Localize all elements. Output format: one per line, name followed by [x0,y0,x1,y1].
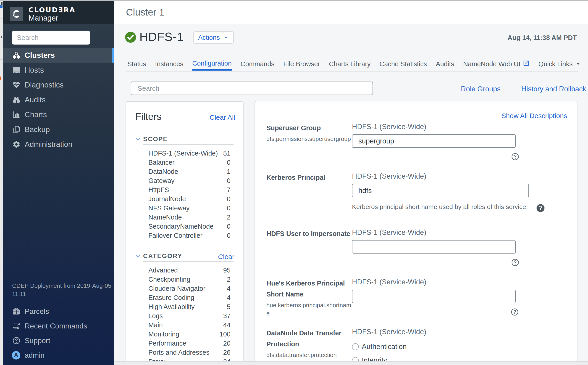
tabs-divider [126,71,578,72]
help-icon-filled[interactable] [536,204,545,212]
category-clear-link[interactable]: Clear [218,253,234,261]
scope-filter-item[interactable]: HDFS-1 (Service-Wide)51 [148,149,231,158]
clear-all-link[interactable]: Clear All [210,113,235,121]
category-filter-item[interactable]: Performance20 [148,339,231,348]
scope-section-header[interactable]: SCOPE [135,135,168,143]
tab-cache-statistics[interactable]: Cache Statistics [379,57,427,70]
horizontal-scrollbar-track[interactable] [114,361,588,365]
service-header: HDFS-1 Actions Aug 14, 11:38 AM PDT [114,24,588,52]
background-fragment [0,18,3,19]
background-fragment [0,5,2,8]
backup-icon [12,125,21,134]
scope-filter-item[interactable]: Gateway0 [148,176,231,185]
section-divider [143,261,233,262]
cluster-title: Cluster 1 [126,7,164,18]
tab-file-browser[interactable]: File Browser [283,57,320,70]
audits-icon [12,96,21,104]
actions-button[interactable]: Actions [193,31,234,44]
help-icon[interactable] [511,153,519,161]
category-filter-item[interactable]: Advanced95 [148,266,231,275]
sidebar-item-label: Audits [25,96,46,104]
radio-button[interactable] [352,343,359,350]
filters-panel: Filters Clear All SCOPE HDFS-1 (Service-… [126,101,244,362]
sidebar-item-audits[interactable]: Audits [3,92,114,107]
sidebar-item-administration[interactable]: Administration [3,137,114,152]
category-filter-item[interactable]: Erasure Coding4 [148,293,231,302]
scope-filter-item[interactable]: NFS Gateway0 [148,204,231,213]
config-row-hue-kerberos-principal-short-name: Hue's Kerberos Principal Short Name hue.… [266,278,570,317]
scope-filter-item[interactable]: NameNode2 [148,213,231,222]
category-filter-item[interactable]: Monitoring100 [148,330,231,339]
radio-option-authentication[interactable]: Authentication [352,343,570,351]
history-and-rollback-link[interactable]: History and Rollback [521,85,586,93]
service-name: HDFS-1 [139,30,184,44]
recent-commands-icon [12,322,21,330]
superuser-group-input[interactable] [352,134,516,148]
cluster-header-band: Cluster 1 [114,1,588,24]
config-scope-label: HDFS-1 (Service-Wide) [352,278,570,287]
tab-quick-links[interactable]: Quick Links [539,57,581,70]
sidebar-item-label: Recent Commands [25,322,87,330]
sidebar-item-support[interactable]: Support [3,333,114,348]
tab-namenode-web-ui[interactable]: NameNode Web UI [463,57,530,70]
caret-down-icon [223,35,229,40]
configuration-search-input[interactable] [131,82,373,95]
kerberos-principal-input[interactable] [352,184,529,197]
help-icon[interactable] [511,259,519,266]
role-groups-link[interactable]: Role Groups [461,85,501,93]
administration-icon [12,140,21,148]
tab-commands[interactable]: Commands [241,57,274,70]
config-row-superuser-group: Superuser Group dfs.permissions.superuse… [266,122,570,143]
sidebar-item-charts[interactable]: Charts [3,107,114,122]
hdfs-user-to-impersonate-input[interactable] [352,240,516,253]
tab-audits[interactable]: Audits [436,57,454,70]
clusters-icon [12,51,21,59]
config-scope-label: HDFS-1 (Service-Wide) [352,228,570,237]
sidebar-footer-nav: Parcels Recent Commands Support A admin [3,304,114,363]
sidebar-search-input[interactable] [12,31,90,45]
category-filter-item[interactable]: Main44 [148,320,231,330]
sidebar-item-admin[interactable]: A admin [3,348,114,363]
sidebar-item-backup[interactable]: Backup [3,122,114,137]
scope-filter-item[interactable]: DataNode1 [148,167,231,176]
tab-status[interactable]: Status [127,57,146,70]
category-filter-item[interactable]: Cloudera Navigator4 [148,284,231,293]
hue-kerberos-principal-short-name-input[interactable] [352,290,516,303]
tab-instances[interactable]: Instances [155,57,183,70]
scope-heading: SCOPE [143,135,168,143]
sidebar-item-parcels[interactable]: Parcels [3,304,114,319]
scope-filter-item[interactable]: Failover Controller0 [148,231,231,240]
config-scope-label: HDFS-1 (Service-Wide) [352,122,570,131]
scope-filter-item[interactable]: HttpFS7 [148,185,231,194]
status-good-health-icon [125,32,136,43]
category-section-header[interactable]: CATEGORY [135,253,182,260]
sidebar-item-label: Support [25,337,50,345]
sidebar-item-label: Backup [25,125,50,134]
category-filter-item[interactable]: Checkpointing2 [148,275,231,284]
sidebar-item-diagnostics[interactable]: Diagnostics [3,77,114,92]
scope-filter-item[interactable]: Balancer0 [148,158,231,167]
sidebar-item-label: Diagnostics [25,81,64,89]
help-icon[interactable] [511,308,519,316]
sidebar-item-hosts[interactable]: Hosts [3,63,114,77]
tab-charts-library[interactable]: Charts Library [329,57,370,70]
sidebar-nav: Clusters Hosts Diagnostics Audits Charts… [3,48,114,152]
tab-bar: Status Instances Configuration Commands … [127,57,581,70]
category-filter-item[interactable]: Logs37 [148,311,231,320]
configuration-panel: Show All Descriptions Superuser Group df… [254,101,578,362]
scope-filter-item[interactable]: SecondaryNameNode0 [148,222,231,231]
scope-filter-list: HDFS-1 (Service-Wide)51 Balancer0 DataNo… [148,149,231,240]
config-scope-label: HDFS-1 (Service-Wide) [352,172,570,181]
caret-down-icon [575,61,581,67]
sidebar-item-clusters[interactable]: Clusters [3,48,114,63]
show-all-descriptions-link[interactable]: Show All Descriptions [501,112,567,120]
category-filter-item[interactable]: Ports and Addresses26 [148,348,231,357]
category-filter-item[interactable]: High Availability5 [148,302,231,311]
brand-name: CLOUDƎRA [28,6,75,14]
tab-configuration[interactable]: Configuration [192,57,232,70]
active-indicator [112,48,114,63]
sidebar-item-recent-commands[interactable]: Recent Commands [3,319,114,333]
cloudera-logo[interactable] [10,7,23,21]
scope-filter-item[interactable]: JournalNode0 [148,194,231,204]
sidebar-item-label: admin [25,351,45,359]
